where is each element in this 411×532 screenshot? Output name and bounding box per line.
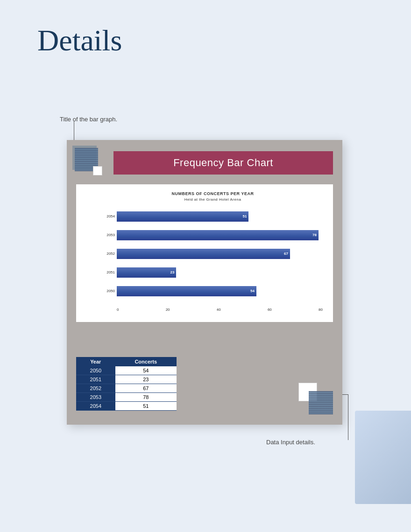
bar-row: 205267: [102, 245, 324, 263]
deco-white-square: [93, 166, 102, 175]
table-cell-concerts: 54: [115, 366, 177, 375]
bar-container: 78: [117, 230, 324, 240]
bar-row: 205378: [102, 226, 324, 244]
table-row: 205267: [76, 384, 177, 393]
bar-year-label: 2053: [102, 233, 115, 237]
bar-year-label: 2050: [102, 289, 115, 293]
bar-year-label: 2052: [102, 252, 115, 256]
bar-row: 205451: [102, 208, 324, 225]
x-axis-label: 20: [166, 308, 170, 312]
bar-year-label: 2054: [102, 214, 115, 218]
slide-inner: Frequency Bar Chart NUMBERS OF CONCERTS …: [67, 140, 342, 425]
table-row: 205123: [76, 375, 177, 384]
x-axis-label: 0: [117, 308, 119, 312]
bar-fill: 78: [117, 230, 319, 240]
table-cell-concerts: 67: [115, 384, 177, 393]
chart-subtitle: NUMBERS OF CONCERTS PER YEAR Held at the…: [102, 191, 324, 202]
x-axis-label: 40: [217, 308, 221, 312]
table-header-year: Year: [76, 357, 115, 366]
table-cell-concerts: 78: [115, 393, 177, 402]
table-row: 205451: [76, 402, 177, 411]
table-row: 205378: [76, 393, 177, 402]
data-table-wrapper: Year Concerts 20505420512320526720537820…: [76, 357, 177, 411]
chart-area: NUMBERS OF CONCERTS PER YEAR Held at the…: [76, 184, 333, 322]
bar-container: 51: [117, 211, 324, 222]
bar-row: 205123: [102, 264, 324, 281]
decorative-shape-br: [355, 411, 411, 504]
table-cell-year: 2053: [76, 393, 115, 402]
bar-value-label: 67: [284, 252, 290, 256]
table-row: 205054: [76, 366, 177, 375]
bar-container: 54: [117, 286, 324, 296]
page-title: Details: [0, 0, 411, 72]
chart-title-banner: Frequency Bar Chart: [113, 151, 333, 175]
x-axis-label: 60: [268, 308, 272, 312]
bar-chart: 205451205378205267205123205054: [102, 208, 324, 306]
table-cell-concerts: 23: [115, 375, 177, 384]
decorative-icon-br: [298, 383, 336, 415]
table-cell-year: 2050: [76, 366, 115, 375]
x-axis-label: 80: [319, 308, 323, 312]
bar-fill: 54: [117, 286, 256, 296]
bar-fill: 67: [117, 249, 290, 259]
annotation-title-label: Title of the bar graph.: [60, 116, 117, 123]
bar-year-label: 2051: [102, 270, 115, 274]
deco-br-lines-square: [309, 391, 333, 414]
x-axis: 020406080: [117, 308, 324, 312]
table-cell-year: 2051: [76, 375, 115, 384]
annotation-data-line: [348, 394, 348, 440]
table-header-concerts: Concerts: [115, 357, 177, 366]
data-table: Year Concerts 20505420512320526720537820…: [76, 357, 177, 411]
slide-wrapper: Frequency Bar Chart NUMBERS OF CONCERTS …: [67, 140, 342, 425]
table-cell-year: 2054: [76, 402, 115, 411]
bar-row: 205054: [102, 282, 324, 300]
bar-container: 23: [117, 267, 324, 278]
table-cell-year: 2052: [76, 384, 115, 393]
bar-value-label: 23: [170, 270, 176, 274]
decorative-icon-tl: [72, 146, 105, 178]
bar-fill: 51: [117, 211, 248, 222]
chart-title: Frequency Bar Chart: [173, 157, 273, 169]
bar-value-label: 51: [243, 214, 249, 218]
bar-value-label: 54: [250, 289, 256, 293]
bar-fill: 23: [117, 267, 176, 278]
bar-container: 67: [117, 249, 324, 259]
annotation-data-label: Data Input details.: [266, 439, 315, 446]
bar-value-label: 78: [312, 233, 319, 237]
table-cell-concerts: 51: [115, 402, 177, 411]
